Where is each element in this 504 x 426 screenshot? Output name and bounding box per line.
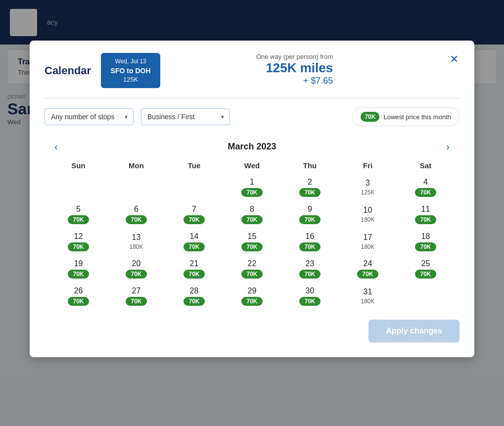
calendar-day-cell[interactable]: 2070K [107,255,165,283]
lowest-price-text: Lowest price this month [383,113,451,121]
price-miles: 125K miles [256,60,333,76]
calendar-day-cell[interactable]: 1270K [49,228,107,255]
calendar-day-cell[interactable]: 3125K [339,174,397,201]
calendar-day-cell[interactable]: 2770K [107,283,165,310]
prev-month-button[interactable]: ‹ [49,139,63,155]
day-price-badge: 70K [415,215,436,224]
day-number: 19 [51,259,105,268]
day-number: 27 [109,286,163,295]
calendar-day-cell[interactable]: 2970K [223,283,281,310]
calendar-header-row: SunMonTueWedThuFriSat [49,157,455,174]
header-divider [45,98,459,98]
day-price-badge: 70K [68,242,89,251]
day-number: 16 [283,232,337,241]
selected-flight-price: 125K [109,76,152,83]
day-price-badge: 70K [241,270,262,279]
calendar-day-cell[interactable]: 2170K [165,255,223,283]
calendar-day-cell[interactable]: 2270K [223,255,281,283]
calendar-day-cell[interactable]: 770K [165,201,223,228]
modal-title: Calendar [45,64,91,77]
day-number: 25 [399,259,453,268]
calendar-day-cell[interactable]: 13180K [107,228,165,255]
calendar-day-cell[interactable]: 31180K [339,283,397,310]
calendar-week-row: 170K270K3125K470K [49,174,455,201]
calendar-day-header: Sun [49,157,107,174]
calendar-week-row: 2670K2770K2870K2970K3070K31180K [49,283,455,310]
day-price-badge: 70K [299,188,320,197]
calendar-day-cell[interactable]: 17180K [339,228,397,255]
calendar-day-cell[interactable]: 1570K [223,228,281,255]
calendar-day-cell[interactable]: 470K [397,174,455,201]
modal-header: Calendar Wed, Jul 13 SFO to DOH 125K One… [45,53,459,88]
apply-button-row: Apply changes [45,320,459,342]
selected-flight-card[interactable]: Wed, Jul 13 SFO to DOH 125K [101,53,160,88]
calendar-day-header: Thu [281,157,339,174]
day-price-text: 180K [341,298,395,305]
calendar-day-header: Fri [339,157,397,174]
price-dollars: + $7.65 [256,76,333,86]
calendar-day-cell[interactable]: 870K [223,201,281,228]
calendar-day-cell[interactable]: 2870K [165,283,223,310]
calendar-week-row: 570K670K770K870K970K10180K1170K [49,201,455,228]
day-number: 21 [167,259,221,268]
calendar-day-cell[interactable]: 2570K [397,255,455,283]
calendar-day-cell[interactable]: 2370K [281,255,339,283]
calendar-day-header: Wed [223,157,281,174]
day-price-text: 180K [109,243,163,250]
day-price-text: 125K [341,189,395,196]
calendar-section: ‹ March 2023 › SunMonTueWedThuFriSat 170… [45,139,459,310]
day-number: 15 [225,232,279,241]
calendar-day-cell[interactable]: 2670K [49,283,107,310]
calendar-day-cell [397,283,455,310]
calendar-day-cell[interactable]: 1970K [49,255,107,283]
calendar-day-cell [107,174,165,201]
day-price-badge: 70K [183,242,204,251]
day-price-badge: 70K [299,270,320,279]
calendar-day-cell[interactable]: 670K [107,201,165,228]
calendar-day-cell[interactable]: 10180K [339,201,397,228]
day-number: 8 [225,205,279,214]
day-number: 10 [341,206,395,215]
day-price-badge: 70K [126,215,146,224]
day-number: 6 [109,205,163,214]
next-month-button[interactable]: › [441,139,455,155]
close-button[interactable]: ✕ [449,53,459,66]
day-number: 22 [225,259,279,268]
selected-flight-date: Wed, Jul 13 [109,58,152,65]
calendar-day-header: Tue [165,157,223,174]
day-number: 5 [51,205,105,214]
day-price-badge: 70K [68,270,89,279]
selected-flight-route: SFO to DOH [109,67,152,75]
calendar-week-row: 1270K13180K1470K1570K1670K17180K1870K [49,228,455,255]
apply-changes-button[interactable]: Apply changes [368,320,459,342]
calendar-day-cell[interactable]: 270K [281,174,339,201]
calendar-day-cell[interactable]: 970K [281,201,339,228]
day-number: 18 [399,232,453,241]
stops-select[interactable]: Any number of stops [45,108,134,125]
calendar-day-cell[interactable]: 1170K [397,201,455,228]
calendar-day-cell[interactable]: 1470K [165,228,223,255]
calendar-week-row: 1970K2070K2170K2270K2370K2470K2570K [49,255,455,283]
day-price-badge: 70K [183,297,204,306]
calendar-day-cell[interactable]: 570K [49,201,107,228]
calendar-day-cell[interactable]: 2470K [339,255,397,283]
day-number: 26 [51,286,105,295]
calendar-day-cell[interactable]: 3070K [281,283,339,310]
day-price-badge: 70K [415,188,436,197]
calendar-day-cell[interactable]: 170K [223,174,281,201]
day-number: 17 [341,233,395,242]
day-number: 14 [167,232,221,241]
day-number: 12 [51,232,105,241]
day-number: 24 [341,259,395,268]
calendar-day-cell[interactable]: 1870K [397,228,455,255]
day-price-badge: 70K [126,270,146,279]
calendar-day-cell [49,174,107,201]
calendar-day-cell[interactable]: 1670K [281,228,339,255]
day-number: 1 [225,178,279,187]
calendar-day-cell [165,174,223,201]
modal-title-section: Calendar Wed, Jul 13 SFO to DOH 125K [45,53,160,88]
day-price-badge: 70K [241,297,262,306]
cabin-select[interactable]: Business / First [141,108,230,125]
calendar-day-header: Mon [107,157,165,174]
day-price-badge: 70K [241,242,262,251]
